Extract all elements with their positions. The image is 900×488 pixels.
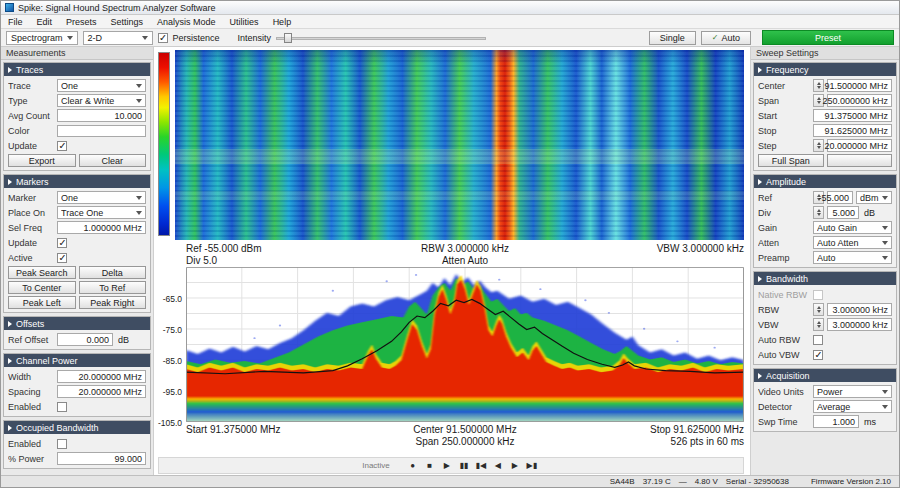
ref-offset-input[interactable]: 0.000 [57, 333, 113, 346]
window-title: Spike: Signal Hound Spectrum Analyzer So… [18, 3, 216, 13]
gain-select[interactable]: Auto Gain [813, 221, 892, 234]
zero-span-button[interactable] [827, 154, 893, 167]
trace-type-label: Type [8, 96, 54, 106]
auto-button-label: Auto [721, 33, 740, 43]
offsets-panel-header[interactable]: Offsets [4, 317, 150, 330]
preamp-select[interactable]: Auto [813, 251, 892, 264]
record-button[interactable]: ● [405, 459, 421, 473]
ref-level-input[interactable]: -55.000 [827, 191, 853, 204]
display-mode-value: 2-D [88, 33, 103, 43]
peak-right-button[interactable]: Peak Right [79, 296, 147, 309]
clear-button[interactable]: Clear [79, 154, 147, 167]
video-units-select[interactable]: Power [813, 385, 892, 398]
full-span-button[interactable]: Full Span [758, 154, 824, 167]
spectrogram-dropdown[interactable]: Spectrogram [6, 31, 78, 45]
intensity-slider-thumb[interactable] [284, 33, 292, 43]
menu-analysis-mode[interactable]: Analysis Mode [150, 15, 223, 28]
swp-time-input[interactable]: 1.000 [813, 415, 859, 428]
delta-button[interactable]: Delta [79, 266, 147, 279]
acquisition-panel-header[interactable]: Acquisition [754, 369, 896, 382]
peak-search-button[interactable]: Peak Search [8, 266, 76, 279]
traces-panel-header[interactable]: Traces [4, 63, 150, 76]
step-back-button[interactable]: ◀ [490, 459, 506, 473]
stop-button[interactable]: ■ [422, 459, 438, 473]
persistence-checkbox[interactable] [158, 33, 168, 43]
amplitude-panel-title: Amplitude [766, 177, 806, 187]
ob-enabled-label: Enabled [8, 439, 54, 449]
skip-end-button[interactable]: ▶▮ [524, 459, 540, 473]
trace-update-checkbox[interactable] [57, 141, 67, 151]
ref-level-readout: Ref -55.000 dBm [186, 243, 353, 255]
to-center-button[interactable]: To Center [8, 281, 76, 294]
menu-edit[interactable]: Edit [30, 15, 60, 28]
div-unit: dB [862, 208, 892, 218]
markers-panel-header[interactable]: Markers [4, 175, 150, 188]
auto-rbw-checkbox[interactable] [813, 335, 823, 345]
span-input[interactable]: 250.000000 kHz [827, 94, 892, 107]
div-spinner[interactable] [813, 206, 824, 219]
trace-color-swatch[interactable] [57, 125, 146, 137]
channel-power-panel-header[interactable]: Channel Power [4, 354, 150, 367]
sel-freq-input[interactable]: 1.000000 MHz [57, 221, 146, 234]
frequency-panel-header[interactable]: Frequency [754, 63, 896, 76]
peak-left-button[interactable]: Peak Left [8, 296, 76, 309]
menu-file[interactable]: File [1, 15, 30, 28]
ref-unit-select[interactable]: dBm [856, 191, 892, 204]
single-button[interactable]: Single [649, 31, 696, 45]
place-on-select[interactable]: Trace One [57, 206, 146, 219]
spinner-up-icon [817, 306, 821, 309]
measurements-sidebar: Measurements Traces Trace One [1, 47, 153, 475]
persistence-label: Persistence [173, 33, 220, 43]
chevron-down-icon [882, 226, 888, 230]
amplitude-panel-header[interactable]: Amplitude [754, 175, 896, 188]
marker-active-checkbox[interactable] [57, 253, 67, 263]
step-input[interactable]: 20.000000 MHz [827, 139, 892, 152]
menu-utilities[interactable]: Utilities [223, 15, 266, 28]
export-button[interactable]: Export [8, 154, 76, 167]
spectrum-plot[interactable] [186, 267, 744, 422]
auto-vbw-checkbox[interactable] [813, 350, 823, 360]
step-forward-button[interactable]: ▶ [507, 459, 523, 473]
preamp-value: Auto [817, 253, 882, 263]
vbw-input[interactable]: 3.000000 kHz [827, 318, 892, 331]
auto-button[interactable]: ✓ Auto [701, 31, 751, 45]
cp-enabled-checkbox[interactable] [57, 402, 67, 412]
ob-enabled-checkbox[interactable] [57, 439, 67, 449]
cp-spacing-input[interactable]: 20.000000 MHz [57, 385, 146, 398]
ob-power-input[interactable]: 99.000 [57, 452, 146, 465]
collapse-arrow-icon [758, 276, 762, 282]
start-freq-input[interactable]: 91.375000 MHz [813, 109, 892, 122]
stop-freq-input[interactable]: 91.625000 MHz [813, 124, 892, 137]
step-spinner[interactable] [813, 139, 824, 152]
skip-start-button[interactable]: ▮◀ [473, 459, 489, 473]
ref-unit-value: dBm [860, 193, 882, 203]
detector-select[interactable]: Average [813, 400, 892, 413]
status-bar: SA44B 37.19 C — 4.80 V Serial - 32950638… [1, 475, 899, 487]
preset-button[interactable]: Preset [762, 30, 894, 45]
spectrogram-display[interactable] [175, 50, 744, 240]
vbw-spinner[interactable] [813, 318, 824, 331]
menu-help[interactable]: Help [266, 15, 299, 28]
center-spinner[interactable] [813, 79, 824, 92]
avg-count-input[interactable]: 10.000 [57, 109, 146, 122]
menu-presets[interactable]: Presets [59, 15, 104, 28]
div-label: Div [758, 208, 810, 218]
menu-settings[interactable]: Settings [104, 15, 151, 28]
marker-select[interactable]: One [57, 191, 146, 204]
rbw-spinner[interactable] [813, 303, 824, 316]
intensity-slider[interactable] [276, 32, 486, 44]
trace-select[interactable]: One [57, 79, 146, 92]
display-mode-dropdown[interactable]: 2-D [83, 31, 153, 45]
occupied-bandwidth-panel-header[interactable]: Occupied Bandwidth [4, 421, 150, 434]
cp-width-input[interactable]: 20.000000 MHz [57, 370, 146, 383]
marker-update-checkbox[interactable] [57, 238, 67, 248]
bandwidth-panel-header[interactable]: Bandwidth [754, 272, 896, 285]
atten-select[interactable]: Auto Atten [813, 236, 892, 249]
center-freq-input[interactable]: 91.500000 MHz [827, 79, 892, 92]
pause-button[interactable]: ▮▮ [456, 459, 472, 473]
play-button[interactable]: ▶ [439, 459, 455, 473]
to-ref-button[interactable]: To Ref [79, 281, 147, 294]
trace-type-select[interactable]: Clear & Write [57, 94, 146, 107]
div-input[interactable]: 5.000 [827, 206, 859, 219]
rbw-input[interactable]: 3.000000 kHz [827, 303, 892, 316]
